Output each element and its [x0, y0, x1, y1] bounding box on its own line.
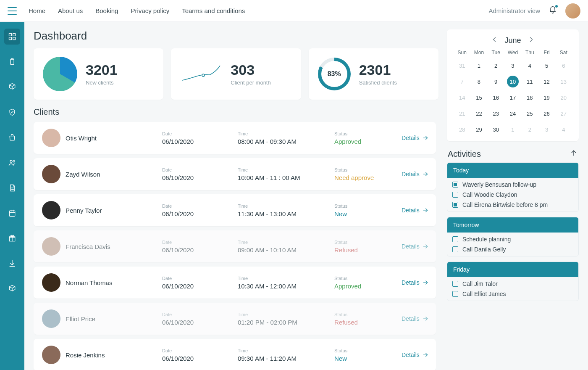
sidebar-item-bag[interactable] — [4, 130, 20, 145]
activity-text: Call Danila Gelly — [462, 246, 506, 253]
calendar-day[interactable]: 29 — [473, 124, 485, 135]
sidebar-item-grid[interactable] — [4, 29, 20, 45]
activity-item[interactable]: Call Eirena Birtwisle before 8 pm — [452, 201, 573, 208]
activity-group-header: Friday — [447, 262, 578, 277]
arrow-right-icon — [422, 315, 429, 322]
sidebar-item-box[interactable] — [4, 281, 20, 297]
calendar-day[interactable]: 24 — [507, 108, 519, 119]
notifications-button[interactable] — [549, 6, 557, 16]
calendar-day[interactable]: 4 — [558, 124, 570, 135]
activities-collapse-button[interactable] — [570, 149, 578, 159]
calendar-day[interactable]: 6 — [558, 60, 570, 71]
calendar-day[interactable]: 30 — [490, 124, 502, 135]
calendar-day[interactable]: 17 — [507, 92, 519, 103]
sidebar-item-clipboard[interactable] — [4, 54, 20, 70]
top-nav: HomeAbout usBookingPrivacy policyTearms … — [29, 7, 245, 14]
sidebar-item-cube[interactable] — [4, 79, 20, 95]
sidebar-item-shield[interactable] — [4, 104, 20, 120]
details-link[interactable]: Details — [402, 243, 429, 250]
nav-link[interactable]: Privacy policy — [131, 7, 169, 14]
client-avatar — [42, 165, 60, 183]
calendar-next-button[interactable] — [527, 35, 536, 45]
client-status: Approved — [334, 138, 397, 145]
admin-view-label[interactable]: Administrator view — [488, 7, 540, 14]
activity-item[interactable]: Call Woodie Claydon — [452, 191, 573, 198]
activity-item[interactable]: Call Elliot James — [452, 291, 573, 297]
arrow-up-icon — [570, 149, 578, 157]
details-link[interactable]: Details — [402, 135, 429, 141]
calendar-day[interactable]: 1 — [473, 60, 485, 71]
activity-item[interactable]: Waverly Bensusan follow-up — [452, 181, 573, 188]
calendar-day[interactable]: 20 — [558, 92, 570, 103]
nav-link[interactable]: Home — [29, 7, 45, 14]
activity-item[interactable]: Call Jim Talor — [452, 280, 573, 287]
sidebar-item-download[interactable] — [4, 256, 20, 272]
sidebar-item-calendar[interactable] — [4, 205, 20, 221]
calendar-prev-button[interactable] — [490, 35, 499, 45]
activity-item[interactable]: Call Danila Gelly — [452, 246, 573, 253]
calendar-day[interactable]: 9 — [490, 76, 502, 87]
checkbox-icon[interactable] — [452, 192, 458, 198]
calendar-day[interactable]: 27 — [558, 108, 570, 119]
calendar-day[interactable]: 2 — [524, 124, 536, 135]
calendar-day[interactable]: 5 — [541, 60, 553, 71]
client-time: 08:00 AM - 09:30 AM — [238, 138, 330, 145]
checkbox-icon[interactable] — [452, 182, 458, 188]
arrow-right-icon — [422, 243, 429, 250]
calendar-day[interactable]: 13 — [558, 76, 570, 87]
sidebar-item-file[interactable] — [4, 180, 20, 196]
details-link[interactable]: Details — [402, 315, 429, 322]
calendar-day[interactable]: 1 — [507, 124, 519, 135]
calendar-day[interactable]: 12 — [541, 76, 553, 87]
activity-item[interactable]: Schedule planning — [452, 236, 573, 243]
sidebar-item-users[interactable] — [4, 155, 20, 171]
checkbox-icon[interactable] — [452, 236, 458, 242]
user-avatar[interactable] — [565, 3, 580, 18]
calendar-day[interactable]: 25 — [524, 108, 536, 119]
nav-link[interactable]: About us — [58, 7, 83, 14]
clients-section-title: Clients — [34, 107, 438, 117]
time-label: Time — [238, 312, 330, 317]
sidebar-item-gift[interactable] — [4, 230, 20, 246]
calendar-day[interactable]: 10 — [507, 76, 519, 87]
calendar-day[interactable]: 3 — [507, 60, 519, 71]
calendar-day[interactable]: 4 — [524, 60, 536, 71]
calendar-day[interactable]: 8 — [473, 76, 485, 87]
calendar-day[interactable]: 23 — [490, 108, 502, 119]
checkbox-icon[interactable] — [452, 291, 458, 297]
calendar-day[interactable]: 7 — [456, 76, 468, 87]
details-link[interactable]: Details — [402, 207, 429, 214]
nav-link[interactable]: Booking — [95, 7, 118, 14]
calendar-day[interactable]: 2 — [490, 60, 502, 71]
checkbox-icon[interactable] — [452, 246, 458, 252]
client-time: 10:00 AM - 11 : 00 AM — [238, 174, 330, 181]
activity-group: FridayCall Jim TalorCall Elliot James — [447, 262, 579, 301]
client-date: 06/10/2020 — [162, 210, 234, 217]
client-status: Approved — [334, 283, 397, 290]
details-link[interactable]: Details — [402, 279, 429, 286]
stat-new-clients: 3201 New clients — [34, 48, 163, 100]
details-link[interactable]: Details — [402, 352, 429, 358]
hamburger-menu-icon[interactable] — [8, 7, 17, 15]
calendar-day[interactable]: 15 — [473, 92, 485, 103]
checkbox-icon[interactable] — [452, 202, 458, 208]
checkbox-icon[interactable] — [452, 281, 458, 287]
nav-link[interactable]: Tearms and conditions — [182, 7, 245, 14]
calendar-day[interactable]: 18 — [524, 92, 536, 103]
calendar-day[interactable]: 26 — [541, 108, 553, 119]
calendar-day[interactable]: 22 — [473, 108, 485, 119]
status-label: Status — [334, 240, 397, 245]
calendar-day[interactable]: 14 — [456, 92, 468, 103]
calendar-day[interactable]: 31 — [456, 60, 468, 71]
calendar-day[interactable]: 28 — [456, 124, 468, 135]
calendar-day[interactable]: 3 — [541, 124, 553, 135]
clients-list[interactable]: Otis WrightDate06/10/2020Time08:00 AM - … — [34, 122, 438, 370]
calendar-day[interactable]: 19 — [541, 92, 553, 103]
calendar-day[interactable]: 16 — [490, 92, 502, 103]
calendar-day[interactable]: 21 — [456, 108, 468, 119]
client-date: 06/10/2020 — [162, 319, 234, 326]
client-name: Elliot Price — [66, 315, 158, 322]
grid-icon — [8, 32, 16, 41]
calendar-day[interactable]: 11 — [524, 76, 536, 87]
details-link[interactable]: Details — [402, 171, 429, 177]
